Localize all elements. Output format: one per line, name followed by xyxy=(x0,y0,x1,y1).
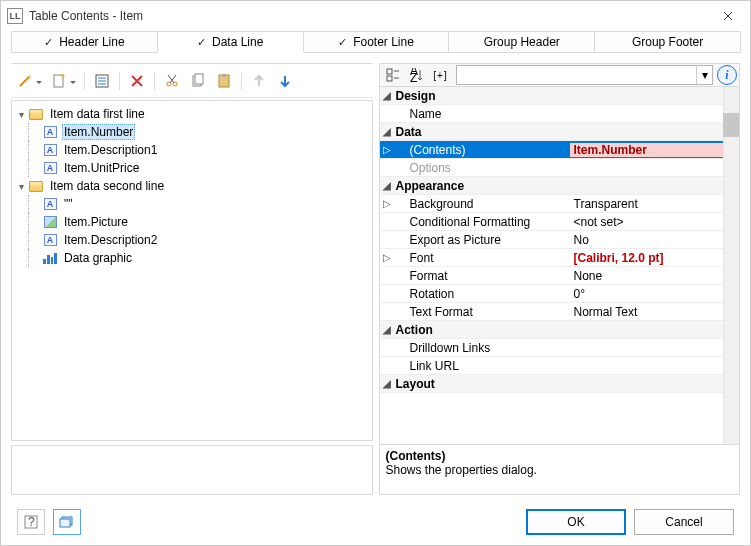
prop-row[interactable]: Text FormatNormal Text xyxy=(380,303,724,321)
tree-label: Item data first line xyxy=(48,107,147,121)
expand-icon[interactable]: ▷ xyxy=(380,252,394,263)
prop-category[interactable]: ◢Layout xyxy=(380,375,724,393)
properties-button[interactable] xyxy=(90,69,114,93)
prop-category[interactable]: ◢Data xyxy=(380,123,724,141)
svg-rect-5 xyxy=(195,74,203,84)
property-search[interactable]: ▾ xyxy=(456,65,714,85)
text-field-icon: A xyxy=(42,232,58,248)
prop-row[interactable]: FormatNone xyxy=(380,267,724,285)
description-body: Shows the properties dialog. xyxy=(386,463,734,477)
content-area: ▾ Item data first line A Item.Number A I… xyxy=(1,53,750,499)
tab-group-footer[interactable]: Group Footer xyxy=(594,31,741,53)
prop-row[interactable]: ▷Font[Calibri, 12.0 pt] xyxy=(380,249,724,267)
tree-item[interactable]: Item.Picture xyxy=(14,213,370,231)
prop-row[interactable]: Drilldown Links xyxy=(380,339,724,357)
collapse-icon[interactable]: ▾ xyxy=(14,109,28,120)
copy-button[interactable] xyxy=(186,69,210,93)
tab-group-header[interactable]: Group Header xyxy=(448,31,595,53)
tree-item[interactable]: A Item.UnitPrice xyxy=(14,159,370,177)
separator xyxy=(154,72,155,90)
move-down-button[interactable] xyxy=(273,69,297,93)
expand-button[interactable]: [+] xyxy=(430,65,452,85)
tree-label: Item.Number xyxy=(62,124,135,140)
delete-button[interactable] xyxy=(125,69,149,93)
arrow-up-icon xyxy=(251,73,267,89)
close-button[interactable] xyxy=(706,1,750,31)
collapse-icon[interactable]: ◢ xyxy=(380,324,394,335)
move-up-button[interactable] xyxy=(247,69,271,93)
svg-text:Z: Z xyxy=(410,71,417,82)
tree-item[interactable]: A Item.Description2 xyxy=(14,231,370,249)
expand-icon[interactable]: ▷ xyxy=(380,144,394,155)
prop-row[interactable]: Name xyxy=(380,105,724,123)
tree-item[interactable]: A Item.Description1 xyxy=(14,141,370,159)
property-grid[interactable]: ◢Design Name ◢Data ▷(Contents)Item.Numbe… xyxy=(379,87,741,445)
text-field-icon: A xyxy=(42,142,58,158)
collapse-icon[interactable]: ◢ xyxy=(380,90,394,101)
tree-view[interactable]: ▾ Item data first line A Item.Number A I… xyxy=(11,100,373,441)
tab-label: Group Header xyxy=(484,35,560,49)
info-button[interactable]: i xyxy=(717,65,737,85)
sort-az-icon: AZ xyxy=(410,68,424,82)
tree-group[interactable]: ▾ Item data second line xyxy=(14,177,370,195)
tab-data-line[interactable]: Data Line xyxy=(157,31,304,53)
prop-category[interactable]: ◢Action xyxy=(380,321,724,339)
prop-category[interactable]: ◢Design xyxy=(380,87,724,105)
paste-button[interactable] xyxy=(212,69,236,93)
scissors-icon xyxy=(164,73,180,89)
collapse-icon[interactable]: ◢ xyxy=(380,180,394,191)
new-magic-button[interactable] xyxy=(13,69,45,93)
svg-rect-15 xyxy=(60,519,70,527)
collapse-icon[interactable]: ◢ xyxy=(380,126,394,137)
right-pane: AZ [+] ▾ i ◢Design Name ◢Data ▷(Contents… xyxy=(379,63,741,495)
prop-row-selected[interactable]: ▷(Contents)Item.Number xyxy=(380,141,724,159)
svg-rect-7 xyxy=(222,74,226,77)
categorized-button[interactable] xyxy=(382,65,404,85)
prop-category[interactable]: ◢Appearance xyxy=(380,177,724,195)
tree-item[interactable]: A "" xyxy=(14,195,370,213)
expand-icon[interactable]: ▷ xyxy=(380,198,394,209)
close-icon xyxy=(723,11,733,21)
separator xyxy=(241,72,242,90)
dropdown-icon[interactable]: ▾ xyxy=(696,66,712,84)
property-toolbar: AZ [+] ▾ i xyxy=(379,63,741,87)
layers-button[interactable] xyxy=(53,509,81,535)
scroll-thumb[interactable] xyxy=(723,113,739,137)
prop-row[interactable]: Link URL xyxy=(380,357,724,375)
scrollbar[interactable] xyxy=(723,87,739,444)
cut-button[interactable] xyxy=(160,69,184,93)
prop-row[interactable]: Export as PictureNo xyxy=(380,231,724,249)
tree-label: Item data second line xyxy=(48,179,166,193)
left-toolbar xyxy=(11,64,373,98)
prop-row[interactable]: Options xyxy=(380,159,724,177)
tree-group[interactable]: ▾ Item data first line xyxy=(14,105,370,123)
text-field-icon: A xyxy=(42,160,58,176)
folder-icon xyxy=(28,178,44,194)
titlebar: LL Table Contents - Item xyxy=(1,1,750,31)
tab-label: Group Footer xyxy=(632,35,703,49)
alphabetical-button[interactable]: AZ xyxy=(406,65,428,85)
tree-label: Item.Picture xyxy=(62,215,130,229)
tab-header-line[interactable]: Header Line xyxy=(11,31,158,53)
help-button[interactable]: ? xyxy=(17,509,45,535)
picture-icon xyxy=(42,214,58,230)
prop-row[interactable]: Conditional Formatting<not set> xyxy=(380,213,724,231)
ok-button[interactable]: OK xyxy=(526,509,626,535)
collapse-icon[interactable]: ◢ xyxy=(380,378,394,389)
clipboard-icon xyxy=(216,73,232,89)
prop-row[interactable]: Rotation0° xyxy=(380,285,724,303)
tab-footer-line[interactable]: Footer Line xyxy=(303,31,450,53)
layers-icon xyxy=(58,514,76,530)
tree-item[interactable]: A Item.Number xyxy=(14,123,370,141)
cancel-button[interactable]: Cancel xyxy=(634,509,734,535)
prop-row[interactable]: ▷BackgroundTransparent xyxy=(380,195,724,213)
search-input[interactable] xyxy=(457,66,697,84)
tree-item[interactable]: Data graphic xyxy=(14,249,370,267)
button-label: OK xyxy=(567,515,584,529)
new-item-button[interactable] xyxy=(47,69,79,93)
svg-rect-0 xyxy=(54,75,63,87)
collapse-icon[interactable]: ▾ xyxy=(14,181,28,192)
left-pane: ▾ Item data first line A Item.Number A I… xyxy=(11,63,373,495)
check-icon xyxy=(338,35,347,49)
check-icon xyxy=(197,35,206,49)
